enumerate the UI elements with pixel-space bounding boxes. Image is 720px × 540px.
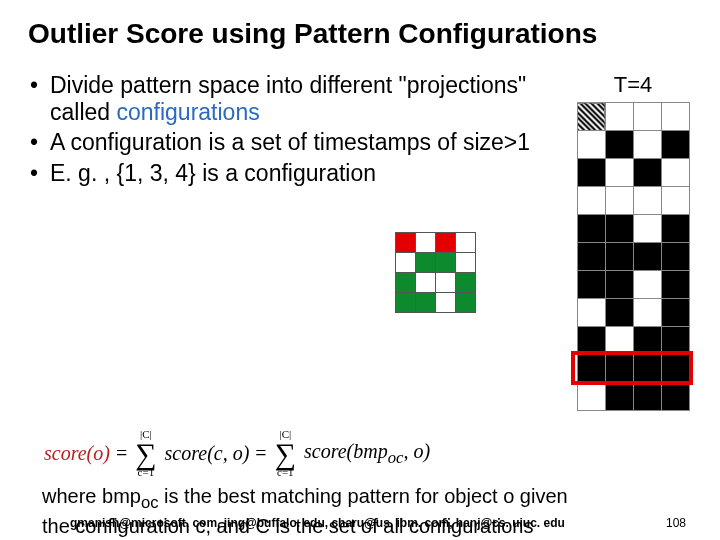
formula-rhs-b: , o) xyxy=(403,440,430,462)
page-number: 108 xyxy=(666,516,686,530)
formula-eq1: = xyxy=(116,442,127,465)
sum2-bot: c=1 xyxy=(277,467,294,478)
slide-title: Outlier Score using Pattern Configuratio… xyxy=(28,18,692,50)
bullet-list: Divide pattern space into different "pro… xyxy=(28,72,574,411)
sigma-icon: ∑ xyxy=(135,440,156,467)
caption-a: where bmp xyxy=(42,485,141,507)
mini-grid xyxy=(395,232,476,313)
sum1-bot: c=1 xyxy=(138,467,155,478)
formula-caption: where bmpoc is the best matching pattern… xyxy=(42,484,582,539)
highlight-box xyxy=(571,351,693,385)
formula-eq2: = xyxy=(255,442,266,465)
formula-mid: score(c, o) xyxy=(165,442,250,465)
mini-grid-wrap xyxy=(395,232,476,313)
bullet-3: E. g. , {1, 3, 4} is a configuration xyxy=(28,160,566,186)
formula-rhs: score(bmpoc, o) xyxy=(304,440,430,468)
footer-emails: gmanish@microsoft. com, jing@buffalo. ed… xyxy=(70,516,565,530)
score-formula: score(o) = |C| ∑ c=1 score(c, o) = |C| ∑… xyxy=(44,429,692,478)
formula-sum-1: |C| ∑ c=1 xyxy=(135,429,156,478)
t-label: T=4 xyxy=(574,72,692,98)
formula-rhs-sub: oc xyxy=(388,448,404,467)
formula-sum-2: |C| ∑ c=1 xyxy=(275,429,296,478)
footer: gmanish@microsoft. com, jing@buffalo. ed… xyxy=(0,516,720,530)
bullet-1-keyword: configurations xyxy=(116,99,259,125)
formula-lhs: score(o) xyxy=(44,442,110,465)
formula-rhs-a: score(bmp xyxy=(304,440,388,462)
bullet-2: A configuration is a set of timestamps o… xyxy=(28,129,566,155)
caption-sub: oc xyxy=(141,493,159,512)
bullet-1: Divide pattern space into different "pro… xyxy=(28,72,566,125)
sigma-icon: ∑ xyxy=(275,440,296,467)
slide: Outlier Score using Pattern Configuratio… xyxy=(0,0,720,540)
